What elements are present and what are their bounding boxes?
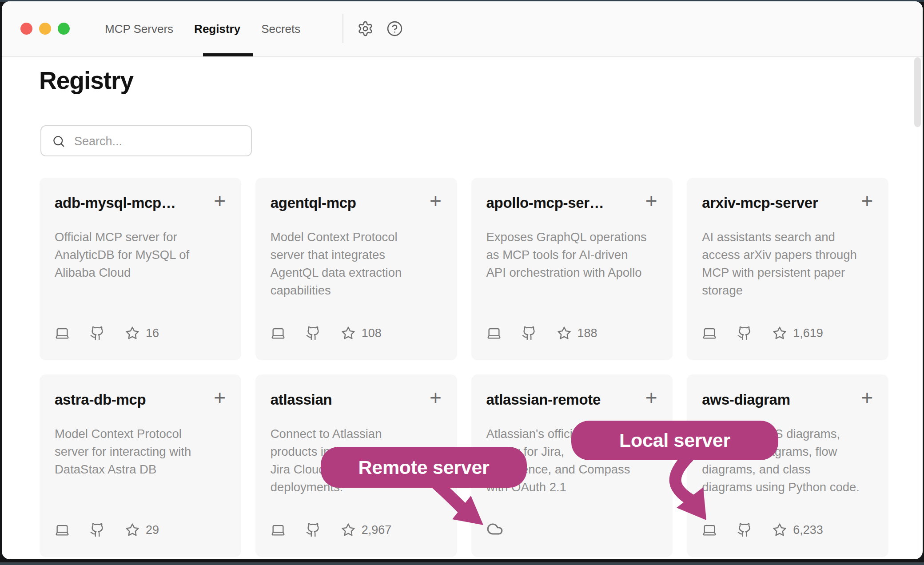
remote-server-callout-label: Remote server <box>358 457 490 478</box>
star-count: 1,619 <box>793 326 823 340</box>
search-box <box>40 125 252 156</box>
add-server-button[interactable]: + <box>856 190 878 211</box>
server-card-footer: 2,967 <box>271 522 392 537</box>
card-grid: adb-mysql-mcp…+Official MCP server for A… <box>40 178 888 557</box>
star-icon <box>772 522 787 537</box>
server-description: Model Context Protocol server for intera… <box>55 425 226 478</box>
star-count: 6,233 <box>793 523 823 537</box>
github-icon <box>522 326 537 341</box>
github-icon <box>90 326 105 341</box>
add-server-button[interactable]: + <box>641 387 662 408</box>
help-icon[interactable] <box>386 20 403 37</box>
titlebar: MCP ServersRegistrySecrets <box>2 1 923 57</box>
server-name: adb-mysql-mcp… <box>55 194 211 212</box>
star-icon <box>341 522 356 537</box>
star-icon <box>341 326 356 341</box>
server-name: apollo-mcp-ser… <box>486 194 643 212</box>
local-server-callout: Local server <box>571 421 778 460</box>
server-name: atlassian <box>271 390 427 409</box>
server-name: astra-db-mcp <box>55 390 211 409</box>
server-card-footer: 188 <box>486 326 597 341</box>
github-icon <box>90 522 105 537</box>
server-card-footer: 29 <box>55 522 159 537</box>
remote-server-callout: Remote server <box>321 447 527 488</box>
desktop-edge-bottom <box>0 562 924 565</box>
server-name: aws-diagram <box>702 390 858 409</box>
server-card-aws-diagram: aws-diagram+Generate AWS diagrams, seque… <box>687 374 888 557</box>
search-icon <box>52 135 65 148</box>
github-icon <box>737 522 752 537</box>
server-card-footer: 16 <box>55 326 159 341</box>
laptop-icon <box>486 326 502 341</box>
search-input[interactable] <box>73 126 244 156</box>
server-name: atlassian-remote <box>486 390 643 409</box>
laptop-icon <box>702 522 717 537</box>
laptop-icon <box>271 326 286 341</box>
page-title: Registry <box>39 66 133 95</box>
star-count: 188 <box>578 326 597 340</box>
tab-registry[interactable]: Registry <box>194 22 240 36</box>
local-server-callout-label: Local server <box>619 430 730 451</box>
star-icon <box>125 326 140 341</box>
laptop-icon <box>55 326 70 341</box>
minimize-button[interactable] <box>39 23 51 35</box>
app-window: MCP ServersRegistrySecrets Registry adb-… <box>2 1 923 559</box>
laptop-icon <box>55 522 70 537</box>
star-count: 2,967 <box>362 523 392 537</box>
close-button[interactable] <box>20 23 32 35</box>
add-server-button[interactable]: + <box>209 190 231 211</box>
github-icon <box>306 326 321 341</box>
cloud-icon <box>486 521 503 537</box>
tab-mcp-servers[interactable]: MCP Servers <box>105 22 173 36</box>
server-description: Official MCP server for AnalyticDB for M… <box>55 228 226 282</box>
star-count: 16 <box>146 326 159 340</box>
server-description: AI assistants search and access arXiv pa… <box>702 228 873 299</box>
server-description: Model Context Protocol server that integ… <box>271 228 442 299</box>
server-card-arxiv-mcp-server: arxiv-mcp-server+AI assistants search an… <box>687 178 888 360</box>
star-count: 108 <box>362 326 382 340</box>
server-name: arxiv-mcp-server <box>702 194 858 212</box>
server-description: Exposes GraphQL operations as MCP tools … <box>486 228 658 282</box>
tab-bar: MCP ServersRegistrySecrets <box>105 1 300 56</box>
laptop-icon <box>271 522 286 537</box>
server-card-apollo-mcp-ser: apollo-mcp-ser…+Exposes GraphQL operatio… <box>471 178 673 360</box>
star-icon <box>125 522 140 537</box>
tab-secrets[interactable]: Secrets <box>261 22 300 36</box>
zoom-button[interactable] <box>58 23 70 35</box>
star-count: 29 <box>146 523 159 537</box>
server-card-astra-db-mcp: astra-db-mcp+Model Context Protocol serv… <box>40 374 241 557</box>
add-server-button[interactable]: + <box>641 190 662 211</box>
add-server-button[interactable]: + <box>209 387 231 408</box>
scrollbar-thumb[interactable] <box>914 57 921 127</box>
server-name: agentql-mcp <box>271 194 427 212</box>
toolbar-divider <box>343 14 343 43</box>
add-server-button[interactable]: + <box>425 190 446 211</box>
server-card-footer: 1,619 <box>702 326 823 341</box>
github-icon <box>737 326 752 341</box>
github-icon <box>306 522 321 537</box>
laptop-icon <box>702 326 717 341</box>
settings-gear-icon[interactable] <box>357 20 374 37</box>
server-card-footer: 6,233 <box>702 522 823 537</box>
star-icon <box>557 326 572 341</box>
add-server-button[interactable]: + <box>856 387 878 408</box>
server-card-footer <box>486 519 503 537</box>
server-card-agentql-mcp: agentql-mcp+Model Context Protocol serve… <box>255 178 457 360</box>
server-card-adb-mysql-mcp: adb-mysql-mcp…+Official MCP server for A… <box>40 178 241 360</box>
star-icon <box>772 326 787 341</box>
add-server-button[interactable]: + <box>425 387 446 408</box>
server-card-footer: 108 <box>271 326 382 341</box>
active-tab-underline <box>203 53 253 56</box>
